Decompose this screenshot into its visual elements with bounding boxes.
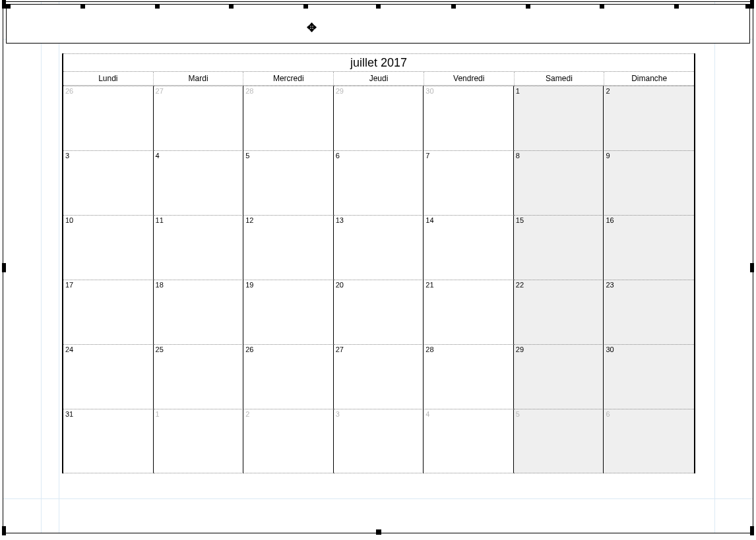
day-number: 23	[606, 281, 614, 289]
calendar-day-cell[interactable]: 22	[514, 280, 604, 344]
calendar-day-cell[interactable]: 26	[63, 86, 154, 150]
margin-guide-left	[41, 2, 42, 533]
day-number: 26	[65, 87, 73, 95]
weekday-header-row: Lundi Mardi Mercredi Jeudi Vendredi Same…	[63, 72, 694, 86]
day-number: 3	[336, 410, 340, 418]
calendar-day-cell[interactable]: 11	[154, 215, 244, 280]
day-number: 4	[425, 410, 429, 418]
calendar-day-cell[interactable]: 4	[154, 150, 244, 215]
calendar-day-cell[interactable]: 17	[63, 280, 154, 344]
calendar-day-cell[interactable]: 8	[514, 150, 604, 215]
design-canvas[interactable]: ✥ juillet 2017 Lundi Mardi Mercredi Jeud…	[3, 1, 753, 533]
day-number: 30	[425, 87, 433, 95]
margin-guide-bottom	[3, 498, 753, 499]
day-number: 10	[65, 216, 73, 224]
calendar-day-cell[interactable]: 21	[424, 280, 514, 344]
calendar-day-cell[interactable]: 1	[514, 86, 604, 150]
day-number: 22	[516, 281, 524, 289]
calendar-day-cell[interactable]: 3	[63, 150, 154, 215]
day-number: 28	[245, 87, 253, 95]
day-number: 11	[156, 216, 164, 224]
calendar-day-cell[interactable]: 9	[604, 150, 694, 215]
day-number: 14	[425, 216, 433, 224]
day-number: 24	[65, 345, 73, 353]
calendar-day-cell[interactable]: 13	[334, 215, 424, 280]
calendar-day-cell[interactable]: 5	[514, 409, 604, 473]
calendar-day-cell[interactable]: 27	[154, 86, 244, 150]
ruler-tick	[303, 4, 308, 9]
day-number: 29	[516, 345, 524, 353]
day-number: 25	[156, 345, 164, 353]
header-selection-frame[interactable]	[6, 4, 750, 44]
ruler-tick	[6, 4, 11, 9]
calendar-day-cell[interactable]: 18	[154, 280, 244, 344]
day-number: 8	[516, 152, 520, 160]
day-number: 1	[516, 87, 520, 95]
calendar-day-cell[interactable]: 14	[424, 215, 514, 280]
selection-handle[interactable]	[2, 263, 6, 272]
calendar-day-cell[interactable]: 12	[243, 215, 334, 280]
selection-handle[interactable]	[750, 263, 754, 272]
ruler-tick	[674, 4, 679, 9]
day-number: 12	[245, 216, 253, 224]
calendar-day-cell[interactable]: 27	[334, 344, 424, 409]
day-number: 5	[516, 410, 520, 418]
calendar-day-cell[interactable]: 25	[154, 344, 244, 409]
day-number: 7	[425, 152, 429, 160]
selection-handle[interactable]	[2, 526, 6, 535]
ruler-tick	[745, 4, 750, 9]
calendar-day-cell[interactable]: 15	[514, 215, 604, 280]
calendar-day-cell[interactable]: 31	[63, 409, 154, 473]
day-number: 6	[606, 410, 610, 418]
selection-handle[interactable]	[376, 529, 381, 535]
weekday-header: Dimanche	[604, 72, 694, 85]
calendar-day-cell[interactable]: 30	[604, 344, 694, 409]
calendar-day-cell[interactable]: 5	[243, 150, 334, 215]
calendar-day-cell[interactable]: 29	[334, 86, 424, 150]
day-number: 20	[336, 281, 344, 289]
day-number: 6	[336, 152, 340, 160]
calendar-day-cell[interactable]: 30	[424, 86, 514, 150]
ruler-tick	[451, 4, 456, 9]
weekday-header: Mercredi	[243, 72, 334, 85]
weekday-header: Mardi	[154, 72, 244, 85]
ruler-tick	[80, 4, 85, 9]
ruler-tick	[600, 4, 604, 9]
ruler-tick	[526, 4, 530, 9]
day-number: 1	[156, 410, 160, 418]
calendar-day-cell[interactable]: 4	[424, 409, 514, 473]
calendar-day-cell[interactable]: 28	[424, 344, 514, 409]
day-number: 21	[425, 281, 433, 289]
calendar-day-cell[interactable]: 26	[243, 344, 334, 409]
day-number: 28	[425, 345, 433, 353]
calendar-day-cell[interactable]: 23	[604, 280, 694, 344]
calendar-day-cell[interactable]: 29	[514, 344, 604, 409]
weekday-header: Vendredi	[424, 72, 515, 85]
calendar-day-cell[interactable]: 2	[243, 409, 334, 473]
weekday-header: Jeudi	[334, 72, 424, 85]
calendar-day-cell[interactable]: 16	[604, 215, 694, 280]
calendar-day-cell[interactable]: 28	[243, 86, 334, 150]
ruler-tick	[376, 4, 381, 9]
calendar-day-cell[interactable]: 3	[334, 409, 424, 473]
calendar-day-cell[interactable]: 6	[604, 409, 694, 473]
calendar-day-cell[interactable]: 19	[243, 280, 334, 344]
calendar-day-cell[interactable]: 1	[154, 409, 244, 473]
calendar-day-cell[interactable]: 7	[424, 150, 514, 215]
day-number: 4	[156, 152, 160, 160]
day-number: 27	[336, 345, 344, 353]
calendar: juillet 2017 Lundi Mardi Mercredi Jeudi …	[62, 53, 695, 473]
day-number: 30	[606, 345, 614, 353]
selection-handle[interactable]	[750, 0, 754, 9]
day-number: 9	[606, 152, 610, 160]
weekday-header: Samedi	[515, 72, 605, 85]
calendar-title: juillet 2017	[63, 53, 694, 72]
calendar-day-cell[interactable]: 10	[63, 215, 154, 280]
calendar-day-cell[interactable]: 2	[604, 86, 694, 150]
calendar-day-cell[interactable]: 6	[334, 150, 424, 215]
calendar-day-cell[interactable]: 20	[334, 280, 424, 344]
day-number: 29	[336, 87, 344, 95]
selection-handle[interactable]	[2, 0, 6, 9]
selection-handle[interactable]	[750, 526, 754, 535]
calendar-day-cell[interactable]: 24	[63, 344, 154, 409]
